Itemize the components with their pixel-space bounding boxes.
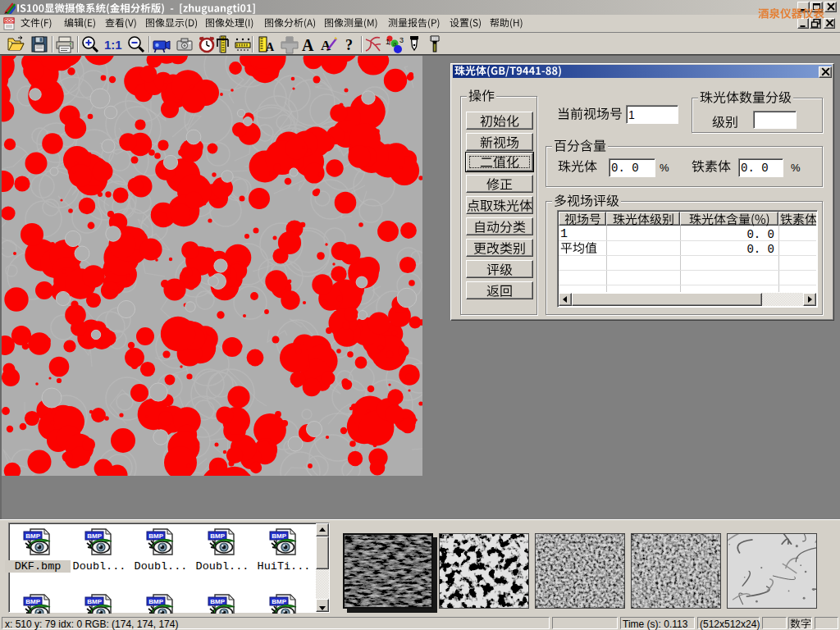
svg-text:BMP: BMP <box>272 598 286 605</box>
svg-text:BMP: BMP <box>272 532 286 540</box>
svg-text:?: ? <box>345 37 353 53</box>
svg-text:BMP: BMP <box>87 532 102 540</box>
svg-text:3: 3 <box>399 36 404 44</box>
svg-text:BMP: BMP <box>25 598 40 605</box>
svg-text:BMP: BMP <box>87 598 102 605</box>
svg-text:1: 1 <box>386 38 390 46</box>
svg-text:BMP: BMP <box>25 532 40 540</box>
svg-text:1:1: 1:1 <box>104 38 122 52</box>
svg-text:BMP: BMP <box>148 598 163 605</box>
svg-text:BMP: BMP <box>210 598 225 605</box>
svg-text:DOC: DOC <box>5 18 15 23</box>
svg-text:BMP: BMP <box>148 532 163 540</box>
svg-text:A: A <box>302 36 314 54</box>
svg-text:BMP: BMP <box>210 532 225 540</box>
svg-text:A: A <box>266 41 275 53</box>
